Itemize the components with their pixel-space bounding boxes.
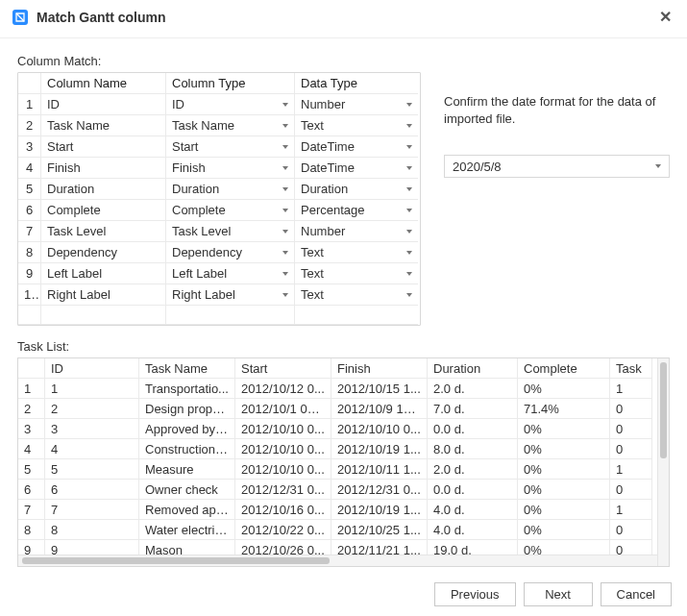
tl-header-name: Task Name <box>139 358 235 379</box>
row-column-type-dropdown[interactable]: Finish <box>166 158 295 179</box>
row-index: 4 <box>18 439 45 459</box>
row-column-type-dropdown[interactable]: Right Label <box>166 284 295 306</box>
cancel-button[interactable]: Cancel <box>601 582 672 606</box>
row-data-type-dropdown[interactable]: Percentage <box>295 200 418 221</box>
cell-name: Design propo... <box>139 399 235 419</box>
horizontal-scrollbar[interactable] <box>18 554 657 566</box>
cell-duration: 2.0 d. <box>428 459 518 480</box>
row-index: 7 <box>18 500 45 520</box>
row-index: 8 <box>18 520 45 540</box>
column-match-row[interactable]: 10Right LabelRight LabelText <box>18 284 420 306</box>
app-logo-icon <box>12 9 29 26</box>
scrollbar-thumb[interactable] <box>660 362 667 458</box>
row-column-type-dropdown[interactable]: Start <box>166 136 295 158</box>
cell-name: Owner check <box>139 480 235 500</box>
cell-complete: 0% <box>518 480 610 500</box>
chevron-down-icon <box>282 187 288 191</box>
column-match-row[interactable]: 9Left LabelLeft LabelText <box>18 263 420 284</box>
cell-finish: 2012/10/19 1... <box>331 500 428 520</box>
task-list-row[interactable]: 22Design propo...2012/10/1 08:...2012/10… <box>18 399 669 419</box>
cell-start: 2012/10/1 08:... <box>235 399 331 419</box>
row-index: 10 <box>18 284 41 306</box>
cell-id: 6 <box>45 480 139 500</box>
row-data-type-dropdown[interactable]: Text <box>295 115 418 136</box>
row-column-type-dropdown[interactable]: ID <box>166 94 295 115</box>
tl-header-duration: Duration <box>428 358 518 379</box>
row-column-type-dropdown[interactable]: Duration <box>166 179 295 200</box>
row-index: 6 <box>18 200 41 221</box>
row-column-name: Task Level <box>41 221 166 242</box>
row-index: 9 <box>18 263 41 284</box>
dialog-titlebar: Match Gantt column ✕ <box>0 0 687 38</box>
date-format-dropdown[interactable]: 2020/5/8 <box>444 155 670 178</box>
scrollbar-thumb[interactable] <box>22 557 330 564</box>
row-column-name: Task Name <box>41 115 166 136</box>
row-data-type-dropdown[interactable]: Text <box>295 284 418 306</box>
cell-task: 1 <box>610 500 652 520</box>
column-match-row[interactable]: 1IDIDNumber <box>18 94 420 115</box>
row-column-type-dropdown[interactable]: Task Name <box>166 115 295 136</box>
row-column-name: Dependency <box>41 242 166 263</box>
cell-finish: 2012/10/10 0... <box>331 419 428 439</box>
row-index: 4 <box>18 158 41 179</box>
cell-duration: 2.0 d. <box>428 379 518 399</box>
close-button[interactable]: ✕ <box>655 8 675 26</box>
cell-name: Approved by ... <box>139 419 235 439</box>
column-match-row[interactable]: 8DependencyDependencyText <box>18 242 420 263</box>
cell-duration: 4.0 d. <box>428 500 518 520</box>
chevron-down-icon <box>406 293 412 297</box>
row-data-type-dropdown[interactable]: Text <box>295 263 418 284</box>
row-column-type-dropdown[interactable]: Left Label <box>166 263 295 284</box>
row-index: 6 <box>18 480 45 500</box>
vertical-scrollbar[interactable] <box>657 358 669 566</box>
col-header-data: Data Type <box>295 73 418 94</box>
chevron-down-icon <box>282 103 288 107</box>
row-column-name: Right Label <box>41 284 166 306</box>
row-data-type-dropdown[interactable]: Duration <box>295 179 418 200</box>
cell-task: 1 <box>610 459 652 480</box>
chevron-down-icon <box>655 164 661 168</box>
column-match-row[interactable]: 7Task LevelTask LevelNumber <box>18 221 420 242</box>
chevron-down-icon <box>282 145 288 149</box>
chevron-down-icon <box>406 230 412 234</box>
row-column-type-dropdown[interactable]: Complete <box>166 200 295 221</box>
row-data-type-dropdown[interactable]: Number <box>295 94 418 115</box>
row-data-type-dropdown[interactable]: DateTime <box>295 136 418 158</box>
task-list-row[interactable]: 44Construction ...2012/10/10 0...2012/10… <box>18 439 669 459</box>
cell-finish: 2012/10/19 1... <box>331 439 428 459</box>
cell-complete: 0% <box>518 520 610 540</box>
column-match-row[interactable]: 3StartStartDateTime <box>18 136 420 158</box>
row-data-type-dropdown[interactable]: Text <box>295 242 418 263</box>
row-column-name: Duration <box>41 179 166 200</box>
task-list-row[interactable]: 11Transportatio...2012/10/12 0...2012/10… <box>18 379 669 399</box>
chevron-down-icon <box>282 230 288 234</box>
column-match-row[interactable]: 2Task NameTask NameText <box>18 115 420 136</box>
tl-header-finish: Finish <box>331 358 428 379</box>
column-match-row[interactable]: 6CompleteCompletePercentage <box>18 200 420 221</box>
task-list-row[interactable]: 55Measure2012/10/10 0...2012/10/11 1...2… <box>18 459 669 480</box>
row-index: 3 <box>18 419 45 439</box>
task-list-row[interactable]: 77Removed app...2012/10/16 0...2012/10/1… <box>18 500 669 520</box>
task-list-row[interactable]: 33Approved by ...2012/10/10 0...2012/10/… <box>18 419 669 439</box>
chevron-down-icon <box>406 124 412 128</box>
row-column-type-dropdown[interactable]: Task Level <box>166 221 295 242</box>
cell-finish: 2012/10/25 1... <box>331 520 428 540</box>
column-match-row[interactable]: 4FinishFinishDateTime <box>18 158 420 179</box>
task-list-row[interactable]: 88Water electric...2012/10/22 0...2012/1… <box>18 520 669 540</box>
cell-start: 2012/10/22 0... <box>235 520 331 540</box>
chevron-down-icon <box>406 166 412 170</box>
previous-button[interactable]: Previous <box>434 582 516 606</box>
row-column-type-dropdown[interactable]: Dependency <box>166 242 295 263</box>
cell-id: 8 <box>45 520 139 540</box>
chevron-down-icon <box>282 293 288 297</box>
column-match-row[interactable]: 5DurationDurationDuration <box>18 179 420 200</box>
next-button[interactable]: Next <box>524 582 593 606</box>
task-list-row[interactable]: 66Owner check2012/12/31 0...2012/12/31 0… <box>18 480 669 500</box>
col-header-name: Column Name <box>41 73 166 94</box>
chevron-down-icon <box>406 251 412 255</box>
cell-complete: 0% <box>518 419 610 439</box>
row-index: 2 <box>18 399 45 419</box>
row-data-type-dropdown[interactable]: Number <box>295 221 418 242</box>
row-index: 8 <box>18 242 41 263</box>
row-data-type-dropdown[interactable]: DateTime <box>295 158 418 179</box>
